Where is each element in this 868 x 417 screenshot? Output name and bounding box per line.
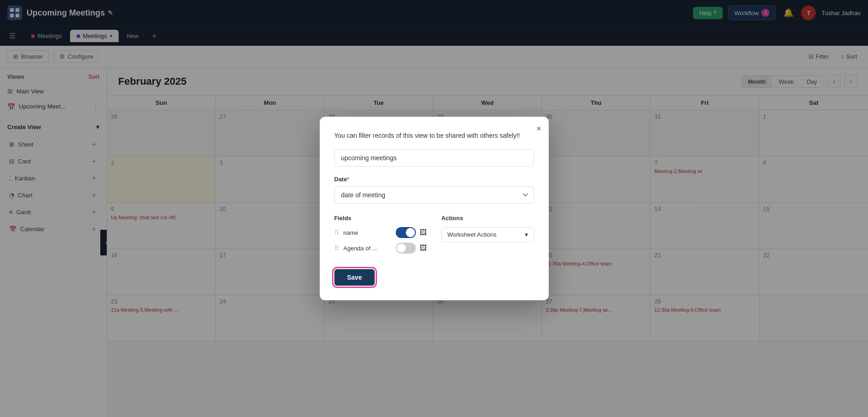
actions-title: Actions — [442, 215, 534, 222]
toggle-agenda[interactable] — [396, 243, 416, 254]
drag-handle-agenda[interactable]: ⠿ — [334, 244, 339, 252]
actions-dropdown-label: Worksheet Actions — [448, 231, 497, 238]
field-agenda-label: Agenda of ... — [344, 245, 392, 252]
toggle-name[interactable] — [396, 227, 416, 238]
actions-chevron-icon: ▾ — [525, 231, 528, 238]
share-view-modal: × You can filter records of this view to… — [320, 117, 549, 301]
modal-close-button[interactable]: × — [536, 124, 541, 134]
fields-column: Fields ⠿ name 🖼 ⠿ Agenda of ... — [334, 215, 427, 258]
required-indicator: * — [347, 176, 349, 183]
save-button-wrapper: Save — [334, 269, 534, 286]
view-name-input[interactable] — [334, 149, 534, 167]
fields-title: Fields — [334, 215, 427, 222]
save-button[interactable]: Save — [334, 269, 375, 286]
field-row-agenda: ⠿ Agenda of ... 🖼 — [334, 243, 427, 254]
drag-handle-name[interactable]: ⠿ — [334, 229, 339, 236]
actions-dropdown[interactable]: Worksheet Actions ▾ — [442, 227, 534, 242]
field-image-icon-agenda[interactable]: 🖼 — [420, 244, 427, 252]
actions-column: Actions Worksheet Actions ▾ — [442, 215, 534, 258]
fields-actions-row: Fields ⠿ name 🖼 ⠿ Agenda of ... — [334, 215, 534, 258]
field-name-label: name — [344, 229, 392, 236]
modal-notice-text: You can filter records of this view to b… — [334, 131, 534, 141]
fields-section: Fields ⠿ name 🖼 ⠿ Agenda of ... — [334, 215, 534, 258]
date-select[interactable]: date of meeting — [334, 186, 534, 204]
field-image-icon-name[interactable]: 🖼 — [420, 228, 427, 237]
date-label: Date* — [334, 176, 534, 183]
field-row-name: ⠿ name 🖼 — [334, 227, 427, 238]
toggle-knob-name — [406, 228, 415, 237]
modal-overlay: × You can filter records of this view to… — [0, 0, 868, 417]
toggle-knob-agenda — [397, 244, 406, 253]
